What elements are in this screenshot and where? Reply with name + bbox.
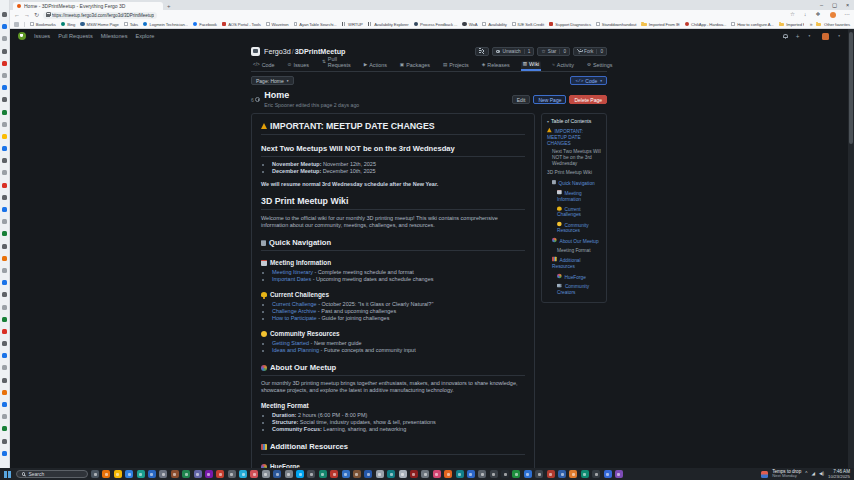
toc-item[interactable]: 3D Print Meetup Wiki xyxy=(547,170,601,176)
vertical-tab-favicon[interactable] xyxy=(2,73,7,78)
page-selector-dropdown[interactable]: Page: Home ▾ xyxy=(251,76,294,85)
vertical-tab-favicon[interactable] xyxy=(2,24,7,29)
tab-activity[interactable]: ≈Activity xyxy=(550,62,576,71)
vertical-tab-favicon[interactable] xyxy=(2,97,7,102)
favorites-star-icon[interactable]: ☆ xyxy=(790,12,795,18)
vertical-tab-favicon[interactable] xyxy=(2,414,7,419)
taskbar-app-icon[interactable] xyxy=(524,470,532,478)
volume-icon[interactable]: ◀) xyxy=(819,472,824,477)
vertical-tab-favicon[interactable] xyxy=(2,402,7,407)
bookmark-item[interactable]: WRTUP xyxy=(342,22,363,27)
vertical-tab-favicon[interactable] xyxy=(2,317,7,322)
taskbar-app-icon[interactable] xyxy=(102,470,110,478)
vertical-tab-favicon[interactable] xyxy=(2,292,7,297)
vertical-tab-favicon[interactable] xyxy=(2,353,7,358)
bookmark-item[interactable]: Facebook xyxy=(193,22,217,27)
taskbar-app-icon[interactable] xyxy=(216,470,224,478)
toc-item[interactable]: Community Resources xyxy=(547,221,601,235)
taskbar-app-icon[interactable] xyxy=(330,470,338,478)
tab-releases[interactable]: ◈Releases xyxy=(480,62,512,71)
bookmark-item[interactable]: ChiliApp - Hardwa... xyxy=(685,22,727,27)
nav-milestones[interactable]: Milestones xyxy=(101,33,128,39)
bookmark-item[interactable]: Availability Explorer xyxy=(368,22,409,27)
taskbar-app-icon[interactable] xyxy=(342,470,350,478)
vertical-tab-favicon[interactable] xyxy=(2,158,7,163)
repo-owner-link[interactable]: Fergo3d xyxy=(264,47,291,56)
scrollbar[interactable] xyxy=(848,29,854,468)
bookmark-item[interactable]: Availability xyxy=(482,22,506,27)
bookmark-item[interactable]: IUE Self-Credit xyxy=(512,22,544,27)
vertical-tab-favicon[interactable] xyxy=(2,85,7,90)
taskbar-app-icon[interactable] xyxy=(171,470,179,478)
taskbar-app-icon[interactable] xyxy=(91,470,99,478)
vertical-tab-favicon[interactable] xyxy=(2,61,7,66)
revisions-link[interactable]: 6 xyxy=(251,97,260,103)
toc-item[interactable]: Meeting Information xyxy=(547,189,601,203)
taskbar-app-icon[interactable] xyxy=(296,470,304,478)
taskbar-app-icon[interactable] xyxy=(376,470,384,478)
weather-icon[interactable] xyxy=(761,471,768,478)
content-link[interactable]: Getting Started xyxy=(272,340,309,346)
bookmark-item[interactable]: Imported From IE xyxy=(641,22,679,27)
bookmark-item[interactable]: AOS Portal - Tools xyxy=(222,22,261,27)
vertical-tab-favicon[interactable] xyxy=(2,195,7,200)
watch-count[interactable]: 1 xyxy=(524,49,531,54)
toc-item[interactable]: Next Two Meetups Will NOT be on the 3rd … xyxy=(547,149,601,167)
taskbar-app-icon[interactable] xyxy=(148,470,156,478)
close-button[interactable]: × xyxy=(841,0,854,10)
bookmark-item[interactable]: Tabs xyxy=(124,22,138,27)
content-link[interactable]: Ideas and Planning xyxy=(272,347,319,353)
vertical-tab-strip[interactable] xyxy=(0,0,10,468)
taskbar-app-icon[interactable] xyxy=(159,470,167,478)
toc-item[interactable]: Current Challenges xyxy=(547,206,601,219)
tab-code[interactable]: </>Code xyxy=(251,62,277,71)
toc-item[interactable]: Additional Resources xyxy=(547,256,601,270)
overflow-chevron-icon[interactable]: » xyxy=(810,21,813,27)
taskbar-app-icon[interactable] xyxy=(250,470,258,478)
vertical-tab-favicon[interactable] xyxy=(2,231,7,236)
vertical-tab-favicon[interactable] xyxy=(2,219,7,224)
vertical-tab-favicon[interactable] xyxy=(2,305,7,310)
start-button-icon[interactable] xyxy=(4,471,11,478)
taskbar-app-icon[interactable] xyxy=(547,470,555,478)
maximize-button[interactable]: ▢ xyxy=(828,0,841,10)
taskbar-app-icon[interactable] xyxy=(262,470,270,478)
taskbar-app-icon[interactable] xyxy=(125,470,133,478)
downloads-icon[interactable]: ↓ xyxy=(804,12,807,18)
tab-packages[interactable]: ▣Packages xyxy=(398,62,432,71)
content-link[interactable]: Challenge Archive xyxy=(272,308,316,314)
vertical-tab-favicon[interactable] xyxy=(2,268,7,273)
new-tab-button[interactable]: + xyxy=(167,3,171,9)
tab-projects[interactable]: ▤Projects xyxy=(441,62,471,71)
vertical-tab-favicon[interactable] xyxy=(2,122,7,127)
toc-item[interactable]: Quick Navigation xyxy=(547,179,601,187)
hidden-icons-chevron[interactable]: ^ xyxy=(805,472,807,477)
bookmark-item[interactable]: Process Feedback ... xyxy=(414,22,458,27)
nav-pull-requests[interactable]: Pull Requests xyxy=(58,33,93,39)
taskbar-app-icon[interactable] xyxy=(490,470,498,478)
vertical-tab-favicon[interactable] xyxy=(2,183,7,188)
repo-name-link[interactable]: 3DPrintMeetup xyxy=(295,47,346,56)
vertical-tab-favicon[interactable] xyxy=(2,390,7,395)
toc-header[interactable]: ▾ Table of Contents xyxy=(547,118,601,124)
browser-menu-icon[interactable]: ⋯ xyxy=(845,12,851,18)
taskbar-app-icon[interactable] xyxy=(569,470,577,478)
taskbar-app-icon[interactable] xyxy=(444,470,452,478)
bookmark-item[interactable]: MSW Home Page xyxy=(80,22,119,27)
tab-settings[interactable]: ⚙Settings xyxy=(585,62,615,71)
fork-count[interactable]: 0 xyxy=(596,49,603,54)
taskbar-app-icon[interactable] xyxy=(467,470,475,478)
toc-item[interactable]: IMPORTANT: MEETUP DATE CHANGES xyxy=(547,127,601,147)
toc-item[interactable]: Community Creators xyxy=(547,283,601,296)
star-button[interactable]: ☆ Star 0 xyxy=(537,47,570,56)
edit-button[interactable]: Edit xyxy=(512,95,531,104)
bookmark-item[interactable]: Logmein Technician... xyxy=(143,22,188,27)
toc-item[interactable]: HueForge xyxy=(547,273,601,281)
taskbar-app-icon[interactable] xyxy=(273,470,281,478)
content-link[interactable]: Meeting Itinerary xyxy=(272,269,313,275)
minimize-button[interactable]: – xyxy=(815,0,828,10)
vertical-tab-favicon[interactable] xyxy=(2,439,7,444)
toc-item[interactable]: About Our Meetup xyxy=(547,237,601,245)
fork-button[interactable]: Fork 0 xyxy=(573,47,607,56)
taskbar-app-icon[interactable] xyxy=(137,470,145,478)
